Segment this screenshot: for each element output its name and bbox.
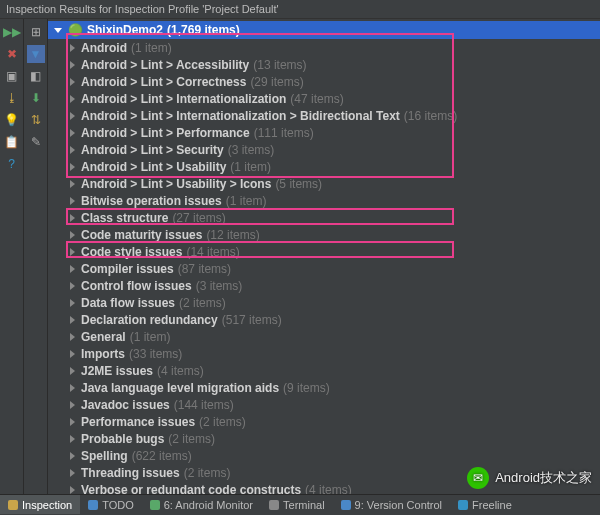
tree-item-count: (12 items) (206, 228, 259, 242)
tree-item-count: (1 item) (230, 160, 271, 174)
tree-item[interactable]: Spelling(622 items) (48, 447, 600, 464)
tree-item[interactable]: Bitwise operation issues(1 item) (48, 192, 600, 209)
left-toolbar-run: ▶▶ ✖ ▣ ⭳ 💡 📋 ? (0, 19, 24, 494)
tree-item[interactable]: Android > Lint > Internationalization > … (48, 107, 600, 124)
edit-icon[interactable]: ✎ (27, 133, 45, 151)
android-icon (150, 500, 160, 510)
tree-item[interactable]: Android > Lint > Usability > Icons(5 ite… (48, 175, 600, 192)
left-toolbar-view: ⊞ ▼ ◧ ⬇ ⇅ ✎ (24, 19, 48, 494)
tree-item-count: (144 items) (174, 398, 234, 412)
tree-item[interactable]: Code style issues(14 items) (48, 243, 600, 260)
expand-arrow-icon (70, 367, 75, 375)
filter-icon[interactable]: ▼ (27, 45, 45, 63)
tree-item[interactable]: Android(1 item) (48, 39, 600, 56)
tree-item-label: Android > Lint > Performance (81, 126, 250, 140)
tree-item-count: (2 items) (179, 296, 226, 310)
tab-android-monitor[interactable]: 6: Android Monitor (142, 495, 261, 514)
tree-item-label: General (81, 330, 126, 344)
expand-arrow-icon (70, 146, 75, 154)
wechat-icon: ✉ (467, 467, 489, 489)
tree-item-label: Android > Lint > Security (81, 143, 224, 157)
tree-item-count: (1 item) (130, 330, 171, 344)
diff-icon[interactable]: ⇅ (27, 111, 45, 129)
expand-arrow-icon (70, 350, 75, 358)
tree-item[interactable]: Data flow issues(2 items) (48, 294, 600, 311)
tree-item[interactable]: Android > Lint > Accessibility(13 items) (48, 56, 600, 73)
expand-icon[interactable]: ⊞ (27, 23, 45, 41)
tree-item-count: (9 items) (283, 381, 330, 395)
tree-root[interactable]: 🟢 ShixinDemo2 (1,769 items) (48, 21, 600, 39)
expand-arrow-icon (70, 316, 75, 324)
rerun-icon[interactable]: ▶▶ (3, 23, 21, 41)
expand-arrow-icon (70, 197, 75, 205)
tree-item[interactable]: Probable bugs(2 items) (48, 430, 600, 447)
tree-item-label: Class structure (81, 211, 168, 225)
tree-item[interactable]: Android > Lint > Performance(111 items) (48, 124, 600, 141)
tree-item-label: Code maturity issues (81, 228, 202, 242)
tree-item-label: Android > Lint > Usability > Icons (81, 177, 271, 191)
expand-arrow-icon (70, 61, 75, 69)
tree-item[interactable]: Android > Lint > Internationalization(47… (48, 90, 600, 107)
tree-item-count: (3 items) (228, 143, 275, 157)
tree-item-label: Android > Lint > Internationalization > … (81, 109, 400, 123)
tree-item-count: (4 items) (157, 364, 204, 378)
tree-item-label: Performance issues (81, 415, 195, 429)
tab-inspection[interactable]: Inspection (0, 495, 80, 514)
window-title: Inspection Results for Inspection Profil… (0, 0, 600, 19)
tree-item[interactable]: Control flow issues(3 items) (48, 277, 600, 294)
export-icon[interactable]: ⭳ (3, 89, 21, 107)
tree-item[interactable]: Performance issues(2 items) (48, 413, 600, 430)
tree-item-count: (33 items) (129, 347, 182, 361)
todo-icon (88, 500, 98, 510)
tree-item-label: J2ME issues (81, 364, 153, 378)
tree-item-label: Bitwise operation issues (81, 194, 222, 208)
expand-arrow-icon (70, 452, 75, 460)
root-count: (1,769 items) (167, 23, 240, 37)
tree-item[interactable]: Android > Lint > Correctness(29 items) (48, 73, 600, 90)
tree-item[interactable]: Code maturity issues(12 items) (48, 226, 600, 243)
tab-freeline[interactable]: Freeline (450, 495, 520, 514)
help-icon[interactable]: ? (3, 155, 21, 173)
tree-item[interactable]: J2ME issues(4 items) (48, 362, 600, 379)
tree-item-count: (2 items) (184, 466, 231, 480)
tree-item[interactable]: Javadoc issues(144 items) (48, 396, 600, 413)
pin-icon[interactable]: ▣ (3, 67, 21, 85)
tree-item-count: (1 item) (226, 194, 267, 208)
expand-arrow-icon (70, 112, 75, 120)
expand-arrow-icon (70, 435, 75, 443)
tree-item-label: Declaration redundancy (81, 313, 218, 327)
tab-terminal[interactable]: Terminal (261, 495, 333, 514)
tab-todo[interactable]: TODO (80, 495, 142, 514)
close-icon[interactable]: ✖ (3, 45, 21, 63)
tree-item-label: Javadoc issues (81, 398, 170, 412)
tree-item[interactable]: Android > Lint > Security(3 items) (48, 141, 600, 158)
tree-item[interactable]: Java language level migration aids(9 ite… (48, 379, 600, 396)
tree-item-label: Android > Lint > Internationalization (81, 92, 286, 106)
bulb-icon[interactable]: 💡 (3, 111, 21, 129)
tree-item[interactable]: Declaration redundancy(517 items) (48, 311, 600, 328)
tree-item[interactable]: Imports(33 items) (48, 345, 600, 362)
tree-item-count: (13 items) (253, 58, 306, 72)
root-label: ShixinDemo2 (87, 23, 163, 37)
tree-item[interactable]: Class structure(27 items) (48, 209, 600, 226)
tree-item-label: Imports (81, 347, 125, 361)
tree-item[interactable]: Android > Lint > Usability(1 item) (48, 158, 600, 175)
tree-item-label: Verbose or redundant code constructs (81, 483, 301, 495)
tree-item[interactable]: Compiler issues(87 items) (48, 260, 600, 277)
export-down-icon[interactable]: ⬇ (27, 89, 45, 107)
group-icon[interactable]: ◧ (27, 67, 45, 85)
tree-item[interactable]: General(1 item) (48, 328, 600, 345)
tree-item-count: (14 items) (186, 245, 239, 259)
watermark: ✉ Android技术之家 (467, 467, 592, 489)
tab-version-control[interactable]: 9: Version Control (333, 495, 450, 514)
settings-icon[interactable]: 📋 (3, 133, 21, 151)
tree-item-label: Spelling (81, 449, 128, 463)
inspection-tree[interactable]: 🟢 ShixinDemo2 (1,769 items) Android(1 it… (48, 19, 600, 494)
tree-item-count: (5 items) (275, 177, 322, 191)
tree-item-count: (1 item) (131, 41, 172, 55)
tree-item-count: (111 items) (254, 126, 314, 140)
expand-arrow-icon (70, 78, 75, 86)
tree-item-count: (4 items) (305, 483, 352, 495)
expand-arrow-icon (70, 384, 75, 392)
inspection-icon (8, 500, 18, 510)
